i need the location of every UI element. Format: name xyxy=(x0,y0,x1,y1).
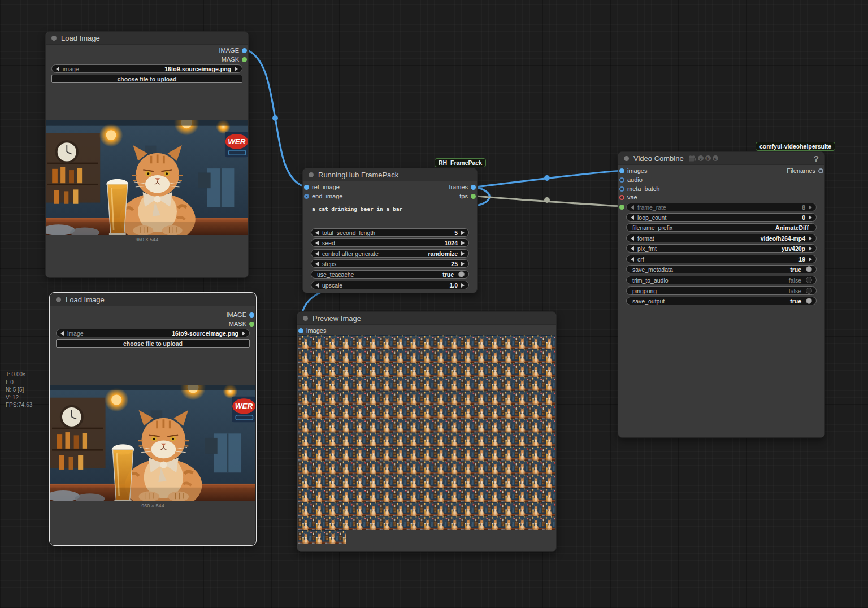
vhs-badge-v: v xyxy=(698,155,704,161)
toggle-on-icon[interactable] xyxy=(806,298,812,304)
widget-save-output[interactable]: save_output true xyxy=(626,297,817,305)
film-camera-icon xyxy=(688,155,696,162)
input-port-end-image[interactable] xyxy=(304,194,309,199)
input-port-vae[interactable] xyxy=(619,195,624,200)
output-port-image[interactable] xyxy=(249,312,254,318)
right-arrow-icon[interactable] xyxy=(235,67,238,71)
input-port-audio[interactable] xyxy=(619,177,624,183)
widget-steps[interactable]: steps 25 xyxy=(311,259,469,268)
link-midpoint-dot[interactable] xyxy=(272,115,278,121)
widget-upscale[interactable]: upscale 1.0 xyxy=(311,281,469,289)
node-title: Load Image xyxy=(61,34,100,42)
image-combo-widget[interactable]: image 16to9-sourceimage.png xyxy=(51,64,242,73)
widget-loop-count[interactable]: loop_count 0 xyxy=(626,213,817,222)
widget-filename-prefix[interactable]: filename_prefix AnimateDiff xyxy=(626,223,817,232)
node-video-combine[interactable]: Video Combine v h s ? images audio meta_… xyxy=(618,151,825,438)
output-port-mask[interactable] xyxy=(242,57,247,62)
widget-use-teacache[interactable]: use_teacache true xyxy=(311,270,469,279)
left-arrow-icon[interactable] xyxy=(60,331,64,336)
left-arrow-icon[interactable] xyxy=(315,231,319,235)
widget-frame-rate[interactable]: frame_rate 8 xyxy=(626,203,817,211)
left-arrow-icon[interactable] xyxy=(631,257,634,262)
input-label-images: images xyxy=(306,327,326,334)
vhs-badge-s: s xyxy=(713,155,718,161)
output-port-image[interactable] xyxy=(242,48,247,53)
toggle-off-icon[interactable] xyxy=(806,277,812,283)
output-port-fps[interactable] xyxy=(471,194,476,199)
left-arrow-icon[interactable] xyxy=(631,205,634,210)
left-arrow-icon[interactable] xyxy=(631,236,634,241)
left-arrow-icon[interactable] xyxy=(631,246,634,251)
left-arrow-icon[interactable] xyxy=(315,283,319,288)
right-arrow-icon[interactable] xyxy=(809,257,812,262)
right-arrow-icon[interactable] xyxy=(461,262,465,266)
widget-value: 16to9-sourceimage.png xyxy=(172,330,238,337)
node-titlebar[interactable]: Load Image xyxy=(50,293,255,306)
node-framepack[interactable]: RunningHub FramePack ref_image end_image… xyxy=(302,168,478,293)
collapse-dot-icon[interactable] xyxy=(51,36,57,41)
node-preview-image[interactable]: Preview Image images xyxy=(297,311,557,552)
widget-pix-fmt[interactable]: pix_fmt yuv420p xyxy=(626,244,817,253)
node-title: RunningHub FramePack xyxy=(318,171,398,179)
vhs-badge-h: h xyxy=(705,155,711,161)
prompt-text-widget[interactable]: a cat drinking beer in a bar xyxy=(312,206,402,212)
widget-save-metadata[interactable]: save_metadata true xyxy=(626,265,817,273)
widget-format[interactable]: format video/h264-mp4 xyxy=(626,234,817,242)
right-arrow-icon[interactable] xyxy=(809,236,812,241)
left-arrow-icon[interactable] xyxy=(56,67,59,71)
widget-crf[interactable]: crf 19 xyxy=(626,255,817,263)
node-load-image-bottom[interactable]: Load Image IMAGE MASK image 16to9-source… xyxy=(50,293,256,545)
widget-trim-to-audio[interactable]: trim_to_audio false xyxy=(626,276,817,284)
node-titlebar[interactable]: Preview Image xyxy=(297,312,556,325)
input-port-images[interactable] xyxy=(619,168,624,173)
right-arrow-icon[interactable] xyxy=(461,231,465,235)
upload-button[interactable]: choose file to upload xyxy=(51,75,242,83)
left-arrow-icon[interactable] xyxy=(631,215,634,220)
output-label-mask: MASK xyxy=(229,320,246,327)
title-icons: v h s xyxy=(688,155,718,162)
collapse-dot-icon[interactable] xyxy=(309,172,314,177)
left-arrow-icon[interactable] xyxy=(315,251,319,256)
right-arrow-icon[interactable] xyxy=(809,205,812,210)
input-port-meta-batch[interactable] xyxy=(619,186,624,192)
output-port-filenames[interactable] xyxy=(818,168,823,173)
node-titlebar[interactable]: Load Image xyxy=(46,32,248,45)
collapse-dot-icon[interactable] xyxy=(624,156,629,161)
link-midpoint-dot[interactable] xyxy=(544,197,550,203)
widget-total-second-length[interactable]: total_second_length 5 xyxy=(311,228,469,237)
right-arrow-icon[interactable] xyxy=(809,215,812,220)
node-title: Video Combine xyxy=(633,154,684,163)
input-port-frame-rate[interactable] xyxy=(619,205,624,210)
preview-frames-grid xyxy=(298,335,555,545)
input-label-images: images xyxy=(627,167,647,174)
input-label-ref-image: ref_image xyxy=(312,184,340,190)
widget-value: 16to9-sourceimage.png xyxy=(164,66,231,72)
input-port-ref-image[interactable] xyxy=(304,185,309,190)
left-arrow-icon[interactable] xyxy=(315,262,319,266)
toggle-on-icon[interactable] xyxy=(458,271,465,277)
node-title: Preview Image xyxy=(313,314,361,323)
right-arrow-icon[interactable] xyxy=(242,331,245,336)
link-midpoint-dot[interactable] xyxy=(544,175,550,181)
widget-pingpong[interactable]: pingpong false xyxy=(626,286,817,295)
right-arrow-icon[interactable] xyxy=(461,283,465,288)
node-titlebar[interactable]: Video Combine v h s ? xyxy=(618,152,824,165)
output-port-frames[interactable] xyxy=(471,185,476,190)
right-arrow-icon[interactable] xyxy=(461,241,465,245)
left-arrow-icon[interactable] xyxy=(315,241,319,245)
toggle-off-icon[interactable] xyxy=(806,288,812,294)
right-arrow-icon[interactable] xyxy=(809,246,812,251)
toggle-on-icon[interactable] xyxy=(806,266,812,272)
widget-control-after-generate[interactable]: control after generate randomize xyxy=(311,249,469,258)
node-titlebar[interactable]: RunningHub FramePack xyxy=(303,168,477,181)
widget-seed[interactable]: seed 1024 xyxy=(311,238,469,247)
input-port-images[interactable] xyxy=(298,328,303,333)
upload-button[interactable]: choose file to upload xyxy=(56,339,250,348)
collapse-dot-icon[interactable] xyxy=(56,297,61,302)
help-icon[interactable]: ? xyxy=(814,154,819,163)
node-load-image-top[interactable]: Load Image IMAGE MASK image 16to9-source… xyxy=(45,31,249,278)
right-arrow-icon[interactable] xyxy=(461,251,465,256)
output-port-mask[interactable] xyxy=(249,322,254,327)
collapse-dot-icon[interactable] xyxy=(303,316,308,321)
image-combo-widget[interactable]: image 16to9-sourceimage.png xyxy=(56,329,250,337)
